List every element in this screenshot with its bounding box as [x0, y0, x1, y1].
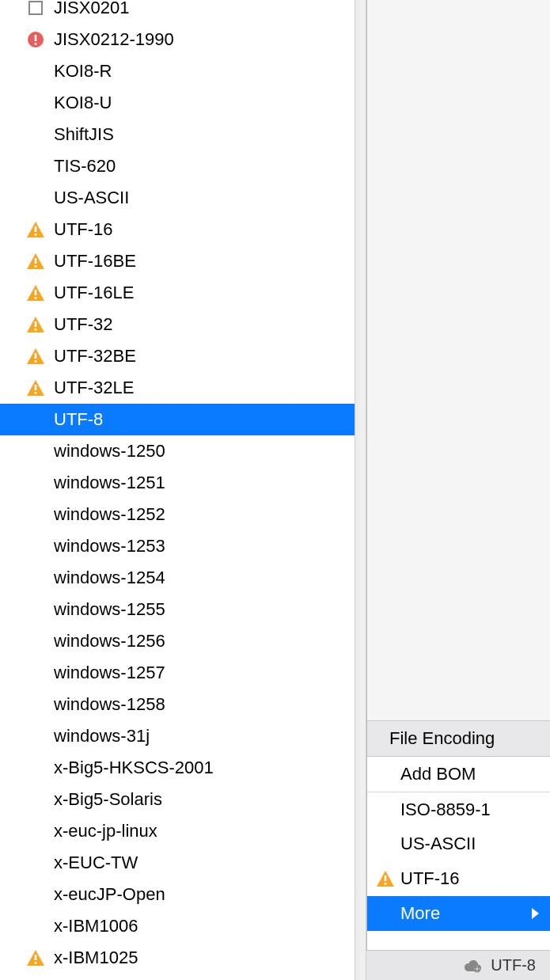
encoding-item[interactable]: US-ASCII — [0, 182, 355, 214]
encoding-item-label: JISX0201 — [54, 0, 129, 18]
encoding-item[interactable]: UTF-32LE — [0, 372, 355, 404]
gutter-area — [355, 0, 366, 980]
encoding-item-label: KOI8-R — [54, 61, 112, 82]
encoding-item-label: JISX0212-1990 — [54, 29, 174, 50]
encoding-item[interactable]: UTF-16BE — [0, 245, 355, 277]
none-icon — [25, 504, 46, 525]
encoding-item[interactable]: UTF-32BE — [0, 340, 355, 372]
encoding-item[interactable]: windows-1254 — [0, 562, 355, 594]
none-icon — [25, 188, 46, 208]
svg-rect-10 — [35, 321, 37, 327]
encoding-item-label: UTF-16BE — [54, 251, 136, 272]
recent-encoding-item[interactable]: UTF-16 — [367, 861, 550, 896]
square-icon — [25, 0, 46, 18]
encoding-item[interactable]: JISX0201 — [0, 0, 355, 24]
encoding-item-label: ShiftJIS — [54, 124, 114, 145]
encoding-item[interactable]: windows-1255 — [0, 594, 355, 625]
none-icon — [25, 758, 46, 778]
encoding-item[interactable]: x-eucJP-Open — [0, 879, 355, 910]
encoding-item-label: UTF-16LE — [54, 283, 134, 303]
svg-rect-8 — [35, 290, 37, 295]
encoding-item[interactable]: JISX0212-1990 — [0, 24, 355, 55]
none-icon — [25, 694, 46, 715]
warning-icon — [25, 251, 46, 272]
encoding-item-label: windows-1255 — [54, 599, 165, 620]
encoding-item-label: x-IBM1006 — [54, 916, 138, 936]
encoding-item[interactable]: UTF-16LE — [0, 277, 355, 309]
none-icon — [25, 409, 46, 430]
warning-icon — [25, 283, 46, 303]
warning-icon — [25, 314, 46, 335]
encoding-item[interactable]: KOI8-U — [0, 87, 355, 119]
encoding-item[interactable]: windows-1256 — [0, 625, 355, 657]
none-icon — [25, 568, 46, 588]
warning-icon — [25, 219, 46, 240]
status-encoding-label[interactable]: UTF-8 — [491, 956, 536, 974]
encoding-item[interactable]: x-euc-jp-linux — [0, 815, 355, 847]
encoding-item-label: UTF-16 — [54, 219, 113, 240]
encoding-item[interactable]: UTF-8 — [0, 404, 355, 435]
warning-icon — [25, 346, 46, 367]
svg-rect-14 — [35, 385, 37, 390]
encoding-item[interactable]: x-Big5-HKSCS-2001 — [0, 752, 355, 784]
encoding-item[interactable]: x-EUC-TW — [0, 847, 355, 879]
warning-icon — [25, 948, 46, 968]
encoding-item-label: KOI8-U — [54, 93, 112, 113]
encoding-item[interactable]: KOI8-R — [0, 55, 355, 87]
none-icon — [25, 93, 46, 113]
none-icon — [25, 631, 46, 651]
encoding-item[interactable]: UTF-32 — [0, 309, 355, 340]
encoding-item[interactable]: x-Big5-Solaris — [0, 784, 355, 815]
encoding-item-label: UTF-8 — [54, 409, 103, 430]
panel-spacer — [367, 0, 550, 720]
status-bar: UTF-8 — [366, 950, 550, 980]
encoding-item-label: windows-1257 — [54, 663, 165, 683]
encoding-item[interactable]: windows-1253 — [0, 530, 355, 562]
encoding-item-label: UTF-32LE — [54, 378, 134, 398]
svg-rect-0 — [29, 2, 42, 14]
encoding-item[interactable]: windows-1251 — [0, 467, 355, 499]
encoding-item-label: x-IBM1025 — [54, 948, 138, 968]
recent-encoding-item[interactable]: US-ASCII — [367, 826, 550, 861]
encoding-item-label: UTF-32 — [54, 314, 113, 335]
encoding-item[interactable]: x-IBM1025 — [0, 942, 355, 974]
encoding-item-label: windows-31j — [54, 726, 150, 746]
encoding-item-label: windows-1258 — [54, 694, 165, 715]
svg-rect-17 — [35, 962, 37, 964]
encoding-item[interactable]: UTF-16 — [0, 214, 355, 245]
recent-encoding-label: UTF-16 — [400, 868, 460, 889]
encoding-item-label: x-EUC-TW — [54, 853, 138, 873]
svg-rect-20 — [385, 876, 387, 881]
recent-encoding-item[interactable]: ISO-8859-1 — [367, 792, 550, 826]
none-icon — [25, 821, 46, 841]
svg-rect-11 — [35, 329, 37, 331]
encoding-item[interactable]: windows-1258 — [0, 689, 355, 720]
cloud-settings-icon[interactable] — [462, 959, 483, 973]
none-icon — [25, 726, 46, 746]
none-icon — [375, 834, 396, 854]
svg-rect-2 — [35, 35, 37, 41]
more-item[interactable]: More — [367, 896, 550, 931]
encoding-item-label: UTF-32BE — [54, 346, 136, 367]
encoding-item[interactable]: TIS-620 — [0, 150, 355, 182]
none-icon — [25, 663, 46, 683]
none-icon — [25, 536, 46, 556]
right-encoding-panel: File Encoding Add BOM ISO-8859-1US-ASCII… — [366, 0, 550, 980]
svg-rect-3 — [35, 43, 37, 45]
encoding-item-label: US-ASCII — [54, 188, 129, 208]
warning-icon — [375, 868, 396, 889]
encoding-item[interactable]: windows-1257 — [0, 657, 355, 689]
encoding-item[interactable]: windows-31j — [0, 720, 355, 752]
encoding-item[interactable]: x-IBM1006 — [0, 910, 355, 942]
encoding-item[interactable]: x-IBM1046 — [0, 974, 355, 980]
encoding-item-label: windows-1253 — [54, 536, 165, 556]
encoding-item[interactable]: windows-1252 — [0, 499, 355, 530]
add-bom-item[interactable]: Add BOM — [367, 757, 550, 792]
encoding-item[interactable]: windows-1250 — [0, 435, 355, 467]
encoding-item[interactable]: ShiftJIS — [0, 119, 355, 150]
encoding-item-label: x-eucJP-Open — [54, 884, 165, 905]
svg-rect-7 — [35, 265, 37, 268]
encoding-item-label: x-euc-jp-linux — [54, 821, 157, 841]
file-encoding-header: File Encoding — [367, 720, 550, 757]
encoding-item-label: windows-1252 — [54, 504, 165, 525]
